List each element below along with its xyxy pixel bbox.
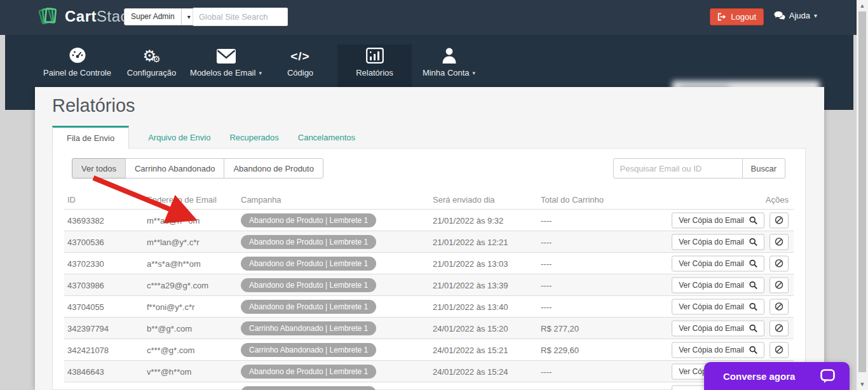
gears-icon: ⚙⚙: [142, 44, 160, 64]
row-actions: Ver Cópia do Email: [672, 342, 789, 358]
dashboard-icon: [69, 44, 86, 64]
tab-recuperados[interactable]: Recuperados: [229, 133, 278, 149]
view-email-copy-button[interactable]: Ver Cópia do Email: [672, 234, 764, 250]
view-email-copy-button[interactable]: Ver Cópia do Email: [672, 255, 764, 271]
cancel-send-button[interactable]: [770, 255, 789, 271]
cell-email: m**as@h**om: [147, 215, 200, 225]
nav-label: Modelos de Email▾: [190, 68, 262, 77]
table-row: 342397794 b**@g*.com Carrinho Abandonado…: [64, 318, 794, 339]
send-queue-table: ID Endereço de Email Campanha Será envia…: [64, 189, 794, 390]
cell-email: a**s*a@h**om: [147, 259, 201, 268]
col-campanha: Campanha: [241, 194, 281, 204]
page-title: Relatórios: [52, 95, 135, 116]
col-total: Total do Carrinho: [541, 194, 604, 204]
cancel-send-button[interactable]: [770, 212, 789, 228]
cell-id: 43700536: [67, 237, 104, 246]
nav-label: Painel de Controle: [43, 68, 111, 77]
scrollbar-up-icon[interactable]: ▲: [857, 3, 868, 9]
campaign-badge: Abandono de Produto | Lembrete 1: [241, 257, 376, 271]
view-email-copy-button[interactable]: Ver Cópia do Email: [672, 320, 764, 336]
row-actions: Ver Cópia do Email: [672, 234, 789, 250]
search-icon: [749, 346, 757, 354]
view-email-copy-button[interactable]: Ver Cópia do Email: [672, 277, 764, 293]
campaign-badge: Abandono de Produto | Lembrete 1: [241, 278, 376, 292]
cell-total: R$ 229,60: [541, 345, 579, 354]
nav-item-modelos-de-email[interactable]: Modelos de Email▾: [189, 44, 263, 86]
tab-arquivo-de-envio[interactable]: Arquivo de Envio: [148, 133, 210, 149]
campaign-badge: Carrinho Abandonado | Lembrete 1: [241, 386, 376, 390]
cartstack-logo[interactable]: CartStack: [37, 5, 137, 28]
search-icon: [749, 216, 757, 224]
search-icon: [749, 259, 757, 267]
nav-label: Configuração: [127, 68, 176, 77]
cell-email: c***@g*.com: [147, 345, 194, 354]
cancel-send-button[interactable]: [770, 299, 789, 314]
nav-item-minha-conta[interactable]: Minha Conta▾: [412, 44, 486, 86]
report-tabs: Fila de Envio Arquivo de Envio Recuperad…: [52, 126, 355, 149]
filter-carrinho-abandonado-button[interactable]: Carrinho Abandonado: [125, 158, 225, 178]
campaign-badge: Abandono de Produto | Lembrete 1: [241, 300, 376, 314]
cell-campanha: Carrinho Abandonado | Lembrete 1: [241, 386, 376, 390]
cancel-send-button[interactable]: [770, 277, 789, 293]
filter-ver-todos-button[interactable]: Ver todos: [72, 158, 126, 178]
super-admin-dropdown[interactable]: Super Admin ▾: [124, 8, 197, 25]
cell-total: ----: [541, 237, 552, 246]
logout-icon: [717, 13, 726, 21]
cancel-send-button[interactable]: [770, 342, 789, 358]
cell-id: 342421078: [67, 345, 109, 354]
main-content-card: Relatórios Fila de Envio Arquivo de Envi…: [35, 87, 824, 390]
scrollbar-thumb[interactable]: [858, 11, 866, 372]
table-row: 43846643 v***@h**om Abandono de Produto …: [64, 361, 794, 382]
email-id-search-input[interactable]: [613, 158, 743, 178]
nav-item-painel-de-controle[interactable]: Painel de Controle: [40, 44, 114, 86]
cartstack-logo-icon: [37, 5, 61, 28]
chevron-down-icon: ▾: [814, 12, 817, 19]
cell-send-date: 24/01/2022 às 15:24: [433, 366, 508, 376]
view-email-copy-button[interactable]: Ver Cópia do Email: [672, 212, 764, 228]
ban-icon: [775, 216, 783, 225]
filter-button-group: Ver todos Carrinho Abandonado Abandono d…: [72, 158, 323, 178]
ban-icon: [775, 281, 783, 290]
cell-campanha: Abandono de Produto | Lembrete 1: [241, 300, 376, 314]
search-button[interactable]: Buscar: [743, 158, 785, 178]
cell-email: b**@g*.com: [147, 323, 192, 333]
tab-fila-de-envio[interactable]: Fila de Envio: [52, 126, 129, 149]
cell-send-date: 21/01/2022 às 13:39: [433, 280, 508, 290]
row-actions: Ver Cópia do Email: [672, 299, 789, 314]
nav-label: Código: [287, 68, 313, 77]
cancel-send-button[interactable]: [770, 320, 789, 336]
ban-icon: [775, 238, 783, 246]
col-acoes: Ações: [766, 194, 789, 204]
cell-send-date: 24/01/2022 às 15:21: [433, 345, 508, 354]
search-icon: [749, 238, 757, 246]
scrollbar-down-icon[interactable]: ▼: [857, 381, 868, 387]
tab-content-panel: Ver todos Carrinho Abandonado Abandono d…: [52, 148, 806, 390]
cell-id: 43846643: [67, 366, 104, 376]
filter-abandono-de-produto-button[interactable]: Abandono de Produto: [224, 158, 323, 178]
nav-item-codigo[interactable]: </> Código: [263, 44, 337, 86]
page-scrollbar[interactable]: ▲ ▼: [857, 0, 868, 390]
help-label: Ajuda: [789, 11, 810, 20]
cell-campanha: Abandono de Produto | Lembrete 1: [241, 257, 376, 271]
global-search-input[interactable]: [193, 8, 288, 26]
cell-campanha: Carrinho Abandonado | Lembrete 1: [241, 321, 376, 335]
bar-chart-icon: [366, 44, 384, 64]
cell-send-date: 21/01/2022 às 9:32: [433, 215, 503, 225]
chat-widget-button[interactable]: Converse agora: [704, 362, 850, 390]
ban-icon: [775, 302, 783, 311]
top-header-bar: CartStack Super Admin ▾ Logout Ajuda ▾: [0, 0, 857, 35]
logout-button[interactable]: Logout: [710, 8, 764, 25]
cell-email: c***a29@g*.com: [147, 280, 208, 290]
view-email-copy-button[interactable]: Ver Cópia do Email: [672, 342, 764, 358]
row-actions: Ver Cópia do Email: [672, 212, 789, 228]
help-menu[interactable]: Ajuda ▾: [774, 11, 817, 20]
tab-cancelamentos[interactable]: Cancelamentos: [298, 133, 355, 149]
cancel-send-button[interactable]: [770, 234, 789, 250]
col-data-envio: Será enviado dia: [433, 194, 495, 204]
cell-id: 43704055: [67, 302, 104, 311]
view-email-copy-button[interactable]: Ver Cópia do Email: [672, 299, 764, 314]
nav-item-configuracao[interactable]: ⚙⚙ Configuração: [114, 44, 189, 86]
cell-id: 43702330: [67, 259, 104, 268]
chevron-down-icon: ▾: [473, 70, 476, 76]
cell-email: v***@h**om: [147, 366, 191, 376]
